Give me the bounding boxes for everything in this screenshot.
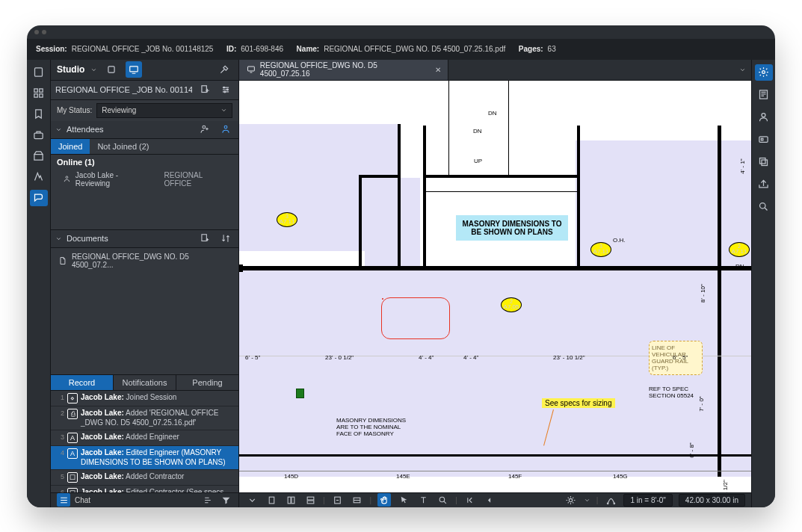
status-select[interactable]: Reviewing [96, 103, 232, 118]
first-page-icon[interactable] [463, 493, 477, 507]
links-icon[interactable] [755, 132, 773, 148]
toolchest-icon[interactable] [30, 127, 48, 143]
document-item[interactable]: REGIONAL OFFICE_DWG NO. D5 4500_07.2... [51, 248, 238, 273]
document-viewport[interactable]: MASONRY DIMENSIONS TO BE SHOWN ON PLANS [239, 81, 751, 492]
job-add-icon[interactable] [197, 81, 213, 98]
brightness-icon[interactable] [564, 493, 578, 507]
svg-rect-5 [34, 133, 43, 139]
record-tabs: Record Notifications Pending [51, 374, 238, 391]
properties-icon[interactable] [30, 148, 48, 164]
bookmarks-icon[interactable] [30, 106, 48, 123]
record-row[interactable]: 1⋄Jacob Lake: Joined Session [51, 391, 238, 406]
pan-tool-icon[interactable] [377, 493, 391, 507]
calibrate-icon[interactable] [604, 493, 617, 507]
record-row[interactable]: 3AJacob Lake: Added Engineer [51, 430, 238, 446]
chat-label[interactable]: Chat [75, 496, 90, 504]
tab-notjoined[interactable]: Not Joined (2) [90, 139, 156, 154]
chevron-down-icon[interactable] [584, 497, 590, 504]
search-icon[interactable] [755, 199, 773, 215]
status-label: My Status: [57, 106, 92, 114]
svg-rect-1 [34, 89, 37, 92]
tab-pending[interactable]: Pending [176, 375, 238, 390]
markups-list-icon[interactable] [57, 493, 70, 507]
record-row[interactable]: 6☐Jacob Lake: Edited Contractor (See spe… [51, 486, 238, 492]
record-text: Jacob Lake: Added 'REGIONAL OFFICE _DWG … [81, 409, 234, 427]
record-row[interactable]: 2⎙Jacob Lake: Added 'REGIONAL OFFICE _DW… [51, 406, 238, 430]
zoom-tool-icon[interactable] [436, 493, 449, 507]
svg-point-18 [223, 87, 225, 88]
sets-icon[interactable] [755, 154, 773, 170]
window-control-dot[interactable] [34, 30, 39, 34]
tab-overflow-icon[interactable] [733, 60, 751, 80]
prev-page-icon[interactable] [483, 493, 496, 507]
svg-point-23 [66, 176, 68, 179]
studio-home-icon[interactable] [103, 61, 120, 78]
one-page-icon[interactable] [265, 493, 278, 507]
filter-icon[interactable] [219, 493, 232, 507]
file-access-icon[interactable] [30, 64, 48, 81]
dim-text: 7' - 0" [698, 396, 705, 411]
svg-point-20 [224, 91, 226, 93]
attendee-doc: REGIONAL OFFICE [164, 171, 231, 188]
split-vert-icon[interactable] [284, 493, 297, 507]
right-rail [751, 60, 775, 507]
record-list: 1⋄Jacob Lake: Joined Session2⎙Jacob Lake… [51, 391, 238, 492]
callout-a711: 2A7.11 [729, 242, 750, 257]
layers-output-icon[interactable] [755, 176, 773, 193]
dim-text: 23' - 0 1/2" [325, 354, 354, 361]
studio-session-icon[interactable] [126, 61, 142, 78]
dim-text: 4' - 1" [739, 158, 746, 173]
document-tabs: REGIONAL OFFICE_DWG NO. D5 4500_07.25.16… [239, 60, 751, 81]
search-panel-icon[interactable] [30, 169, 48, 185]
tab-notifications[interactable]: Notifications [114, 375, 176, 390]
eyedropper-icon[interactable] [216, 61, 232, 78]
window-control-dot[interactable] [42, 30, 46, 34]
select-tool-icon[interactable] [397, 493, 410, 507]
svg-rect-15 [108, 66, 114, 72]
add-document-icon[interactable] [197, 230, 213, 247]
record-row[interactable]: 4AJacob Lake: Edited Engineer (MASONRY D… [51, 446, 238, 470]
fit-page-icon[interactable] [331, 493, 345, 507]
session-docname: REGIONAL OFFICE_DWG NO. D5 4500_07.25.16… [324, 45, 505, 53]
tab-close-icon[interactable]: ✕ [433, 64, 443, 75]
chevron-down-icon[interactable] [90, 66, 97, 73]
stair-label: UP [474, 158, 482, 164]
svg-rect-2 [40, 89, 43, 92]
window-controls [27, 25, 51, 39]
attendee-menu-icon[interactable] [218, 121, 234, 137]
tab-record[interactable]: Record [51, 375, 114, 390]
record-row[interactable]: 5☐Jacob Lake: Added Contractor [51, 470, 238, 486]
thumbnails-icon[interactable] [30, 85, 48, 102]
job-settings-icon[interactable] [218, 81, 234, 98]
dim-text: 6' - 5" [245, 354, 260, 361]
session-name: REGIONAL OFFICE _JOB No. 001148125 [72, 45, 214, 53]
sticky-note-icon[interactable] [296, 389, 304, 398]
status-row: My Status: Reviewing [51, 100, 238, 121]
online-header: Online (1) [51, 155, 238, 170]
split-horiz-icon[interactable] [303, 493, 317, 507]
invite-attendee-icon[interactable] [197, 121, 213, 137]
stair-label: DN [488, 110, 497, 117]
chevron-down-icon [220, 107, 227, 114]
svg-rect-6 [34, 155, 43, 161]
settings-gear-icon[interactable] [755, 64, 773, 81]
session-id: 601-698-846 [241, 45, 283, 53]
session-docname-label: Name: [297, 45, 320, 53]
documents-header[interactable]: Documents [51, 230, 238, 248]
forms-icon[interactable] [755, 87, 773, 103]
document-tab[interactable]: REGIONAL OFFICE_DWG NO. D5 4500_07.25.16… [239, 60, 448, 80]
studio-panel-icon[interactable] [30, 190, 48, 206]
bottom-chevron-icon[interactable] [245, 493, 259, 507]
attendee-name: Jacob Lake - Reviewing [75, 171, 154, 188]
scale-readout[interactable]: 1 in = 8'-0" [623, 494, 672, 507]
svg-point-34 [570, 498, 573, 501]
list-sort-icon[interactable] [201, 493, 215, 507]
sort-documents-icon[interactable] [218, 230, 234, 247]
places-icon[interactable] [755, 109, 773, 126]
tab-joined[interactable]: Joined [51, 139, 90, 154]
select-text-icon[interactable] [416, 493, 430, 507]
fit-width-icon[interactable] [351, 493, 364, 507]
svg-point-21 [203, 126, 206, 129]
attendees-header[interactable]: Attendees [51, 121, 238, 139]
attendee-row[interactable]: Jacob Lake - Reviewing REGIONAL OFFICE [51, 170, 238, 192]
